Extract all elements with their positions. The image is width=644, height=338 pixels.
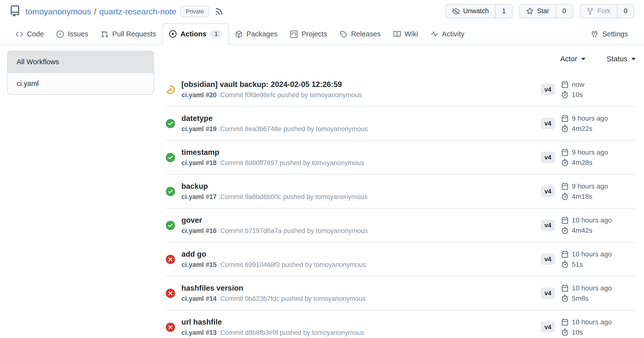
commit-text: :Commit 9a8bd6b00c pushed by tomoyanonym… [218,193,368,200]
run-duration: 4m42s [572,227,592,234]
calendar-icon [561,285,568,292]
run-meta: v4 10 hours ago 10s [541,318,636,336]
workflow-run-row[interactable]: datetype ci.yaml #19 :Commit 8ea3b6748e … [166,106,636,140]
tab-wiki[interactable]: Wiki [387,24,424,44]
actor-filter-dropdown[interactable]: Actor [560,55,586,63]
sidebar-item-ci-yaml[interactable]: ci.yaml [8,73,154,94]
workflow-run-row[interactable]: url hashfile ci.yaml #13 :Commit d8b8fb3… [166,310,636,338]
calendar-icon [561,251,568,258]
tab-issues[interactable]: Issues [50,24,94,44]
run-time: 10 hours ago [572,216,612,224]
breadcrumb: tomoyanonymous / quartz-research-note [26,7,176,16]
tab-actions[interactable]: Actions 1 [162,23,229,44]
tools-icon [591,30,598,38]
in-progress-spinner-icon [166,85,176,94]
sidebar-item-label: All Workflows [17,58,59,66]
workflow-run-row[interactable]: gover ci.yaml #16 :Commit b7197d8a7a pus… [166,208,636,242]
workflow-ref: ci.yaml #19 [182,125,216,133]
tab-settings[interactable]: Settings [584,24,634,44]
workflow-run-row[interactable]: [obsidian] vault backup: 2024-02-05 12:2… [166,73,636,106]
workflow-ref: ci.yaml #18 [182,159,216,167]
star-count[interactable]: 0 [556,4,572,18]
run-meta: v4 9 hours ago 4m18s [541,182,636,200]
runs-main: Actor Status [obsidian] vault backup: 20… [166,44,644,338]
actions-count-badge: 1 [210,30,222,38]
workflow-ref: ci.yaml #20 [182,91,216,99]
stopwatch-icon [561,193,568,200]
artifact-version-badge: v4 [541,254,555,265]
run-meta: v4 now 10s [541,81,636,99]
commit-text: :Commit b7197d8a7a pushed by tomoyanonym… [218,227,368,234]
unwatch-button[interactable]: Unwatch 1 [446,4,512,18]
check-circle-icon [166,119,176,128]
artifact-version-badge: v4 [541,287,555,299]
star-button[interactable]: Star 0 [519,4,573,18]
watch-count[interactable]: 1 [495,4,512,18]
run-commit-info: ci.yaml #16 :Commit b7197d8a7a pushed by… [182,227,541,235]
workflow-run-row[interactable]: add go ci.yaml #15 :Commit 69910468f3 pu… [166,242,636,276]
fork-count[interactable]: 0 [617,4,634,18]
star-label: Star [537,7,549,15]
check-circle-icon [166,153,176,162]
tab-activity[interactable]: Activity [424,24,471,44]
stopwatch-icon [561,261,568,268]
tab-releases[interactable]: Releases [334,24,387,44]
run-duration: 5m8s [572,295,588,302]
sidebar-item-all-workflows[interactable]: All Workflows [8,51,154,73]
code-icon [16,30,23,38]
project-icon [290,30,298,38]
workflow-ref: ci.yaml #14 [182,295,216,302]
workflow-run-row[interactable]: hashfiles version ci.yaml #14 :Commit 0b… [166,276,636,310]
run-duration: 4m18s [572,193,592,200]
run-time: 9 hours ago [572,149,608,156]
workflow-run-row[interactable]: timestamp ci.yaml #18 :Commit 8d80ff7897… [166,140,636,174]
fork-button[interactable]: Fork 0 [580,4,634,18]
run-title-link[interactable]: url hashfile [182,318,222,327]
calendar-icon [561,319,568,326]
run-duration: 10s [572,329,583,336]
check-circle-icon [166,221,176,230]
run-title-link[interactable]: backup [182,182,208,191]
unwatch-label: Unwatch [463,7,489,15]
run-meta: v4 10 hours ago 5m8s [541,284,636,302]
workflow-ref: ci.yaml #17 [182,193,216,200]
run-duration: 10s [572,91,583,99]
run-title-link[interactable]: [obsidian] vault backup: 2024-02-05 12:2… [182,80,342,89]
repo-nav: Code Issues Pull Requests Actions 1 Pack… [0,21,644,44]
repo-name-link[interactable]: quartz-research-note [99,7,176,16]
tab-packages[interactable]: Packages [229,24,284,44]
run-title-link[interactable]: hashfiles version [182,284,243,293]
tab-code[interactable]: Code [9,24,50,44]
run-title-link[interactable]: add go [182,250,206,259]
artifact-version-badge: v4 [541,118,555,129]
run-time: 9 hours ago [572,182,608,190]
run-commit-info: ci.yaml #17 :Commit 9a8bd6b00c pushed by… [182,193,541,201]
workflow-run-row[interactable]: backup ci.yaml #17 :Commit 9a8bd6b00c pu… [166,174,636,208]
status-filter-dropdown[interactable]: Status [606,55,636,63]
tab-pull-requests[interactable]: Pull Requests [94,24,162,44]
run-meta: v4 10 hours ago 51s [541,250,636,268]
eye-closed-icon [452,7,460,15]
stopwatch-icon [561,91,568,98]
run-title-link[interactable]: gover [182,216,202,225]
run-time: 10 hours ago [572,318,612,326]
run-commit-info: ci.yaml #14 :Commit 0b623b7fdc pushed by… [182,295,541,303]
commit-text: :Commit 69910468f3 pushed by tomoyanonym… [218,261,366,268]
artifact-version-badge: v4 [541,84,555,95]
run-title-link[interactable]: datetype [182,114,212,123]
artifact-version-badge: v4 [541,220,555,231]
run-time: 10 hours ago [572,284,612,292]
breadcrumb-separator: / [94,7,96,16]
commit-text: :Commit f0fde08efc pushed by tomoyanonym… [218,91,362,99]
repo-owner-link[interactable]: tomoyanonymous [26,7,91,16]
stopwatch-icon [561,159,568,166]
tab-projects[interactable]: Projects [284,24,334,44]
run-meta: v4 9 hours ago 4m22s [541,115,636,133]
run-commit-info: ci.yaml #18 :Commit 8d80ff7897 pushed by… [182,159,541,167]
run-title-link[interactable]: timestamp [182,148,219,157]
fork-icon [586,7,594,15]
rss-feed-icon[interactable] [215,7,224,16]
pulse-icon [431,30,438,38]
stopwatch-icon [561,295,568,302]
stopwatch-icon [561,227,568,234]
